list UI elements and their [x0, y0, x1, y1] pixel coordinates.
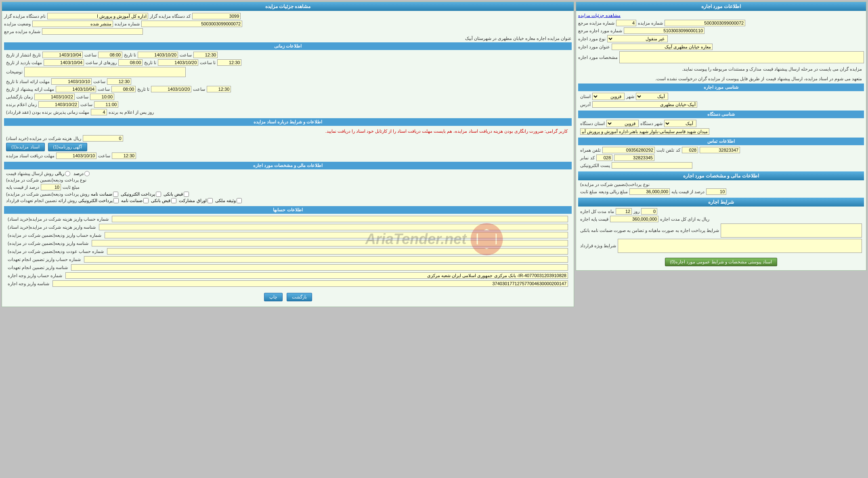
acc6-input[interactable]: [84, 256, 568, 263]
pub-time-from-input[interactable]: [98, 52, 122, 58]
offer-date-from-input[interactable]: [56, 86, 96, 92]
auction-doc-button[interactable]: اسناد مزایده(1): [6, 143, 45, 151]
province-select[interactable]: قزوین: [592, 93, 625, 100]
acc4-input[interactable]: [92, 240, 568, 246]
acc3-input[interactable]: [105, 232, 568, 238]
ad-doc-button[interactable]: آگهی روزنامه(1): [48, 143, 88, 151]
base-price2-input[interactable]: [41, 184, 61, 190]
electronic2-check[interactable]: [113, 198, 119, 203]
lease-type-select[interactable]: غیر منقول: [607, 35, 668, 42]
winner-date-input[interactable]: [38, 101, 79, 108]
shares-check-label[interactable]: اوراق مشارکت: [179, 198, 212, 203]
guarantee-check[interactable]: [113, 192, 118, 197]
device-province-select[interactable]: قزوین: [606, 120, 639, 127]
offer-time-to-input[interactable]: [207, 86, 231, 92]
fax-input[interactable]: [614, 154, 654, 161]
percent-radio-label[interactable]: درصد: [73, 171, 90, 176]
offer-time-from-input[interactable]: [111, 86, 136, 92]
city-select[interactable]: آبیک: [636, 93, 668, 100]
pub-time-to-input[interactable]: [193, 52, 218, 58]
fax-code-input[interactable]: [596, 154, 612, 161]
electronic2-check-label[interactable]: پرداخت الکترونیکی: [78, 198, 119, 203]
riyal-radio-label[interactable]: ریالی: [55, 171, 70, 176]
back-button[interactable]: بازگشت: [287, 293, 312, 301]
auction-code-input[interactable]: [192, 13, 241, 19]
doc-deadline-time-input[interactable]: [107, 78, 131, 85]
visit-time-from-input[interactable]: [118, 59, 143, 66]
bank-check[interactable]: [184, 192, 189, 197]
lease-address-input[interactable]: [612, 44, 713, 50]
bank2-check-label[interactable]: قبض بانکی: [151, 198, 176, 203]
duration-months-input[interactable]: [616, 208, 632, 215]
email-input[interactable]: [612, 162, 692, 169]
percent-radio[interactable]: [84, 171, 90, 176]
visit-date-to-input[interactable]: [158, 59, 198, 66]
base-price-percent-input[interactable]: [706, 188, 726, 195]
visit-date-from-input[interactable]: [44, 59, 84, 66]
special-conditions-textarea[interactable]: [618, 239, 862, 253]
acc8-label: شماره حساب واریز وجه اجاره: [8, 273, 64, 278]
visit-time-to-input[interactable]: [217, 59, 241, 66]
guarantee2-check[interactable]: [143, 198, 149, 203]
offer-date-to-input[interactable]: [151, 86, 191, 92]
guarantee-check-label[interactable]: ضمانت نامه: [91, 192, 118, 197]
acc9-input[interactable]: [52, 280, 568, 287]
lease-type-row: غیر منقول نوع مورد اجاره: [578, 35, 864, 42]
electronic-check[interactable]: [156, 192, 161, 197]
mobile-input[interactable]: [602, 147, 655, 153]
specs-textarea[interactable]: [619, 51, 864, 63]
doc-deadline-label: مهلت ارائه اسناد تا تاریخ: [6, 79, 50, 84]
auction-org-input[interactable]: [47, 13, 148, 19]
view-details-link[interactable]: مشاهده جزئیات مزایده: [578, 13, 621, 18]
acc5-input[interactable]: [107, 248, 568, 255]
auction-number-input[interactable]: [665, 20, 745, 26]
device-address-input[interactable]: [580, 128, 709, 135]
base-rent-label: قیمت پایه اجاره: [580, 217, 608, 222]
payment-method-label: روش پرداخت ودیعه(تضمین شرکت در مزایده): [6, 192, 89, 197]
desc-textarea[interactable]: [24, 67, 186, 77]
print-button[interactable]: چاپ: [264, 293, 283, 301]
pub-date-to-input[interactable]: [138, 52, 178, 58]
auction-status-input[interactable]: [32, 21, 113, 27]
acc7-input[interactable]: [71, 264, 568, 271]
riyal-radio[interactable]: [65, 171, 70, 176]
address-input[interactable]: [592, 101, 697, 108]
phone-code-input[interactable]: [682, 147, 698, 153]
device-province-label: استان دستگاه: [580, 121, 605, 126]
bank-check-label[interactable]: قبض بانکی: [164, 192, 189, 197]
payment-conditions-textarea[interactable]: [721, 223, 862, 238]
property-check[interactable]: [237, 198, 242, 203]
bank2-check[interactable]: [171, 198, 176, 203]
acc8-input[interactable]: [65, 272, 568, 279]
contract-days-input[interactable]: [91, 109, 107, 115]
riyal-value-input[interactable]: [629, 188, 670, 195]
auction-number-right-input[interactable]: [141, 21, 242, 27]
doc-deadline2-date-input[interactable]: [56, 152, 96, 159]
visit-date-label: مهلت بازدید از تاریخ: [6, 60, 42, 65]
main-container: اطلاعات مورد اجاره مشاهده جزئیات مزایده …: [0, 0, 868, 478]
auction-ref-right-input[interactable]: [42, 28, 143, 35]
duration-days-input[interactable]: [641, 208, 657, 215]
lease-ref-input[interactable]: [624, 27, 704, 34]
device-city-select[interactable]: آبیک: [664, 120, 696, 127]
winner-time-input[interactable]: [94, 101, 118, 108]
property-check-label[interactable]: وثیقه ملکی: [215, 198, 242, 203]
guarantee2-check-label[interactable]: ضمانت نامه: [121, 198, 149, 203]
base-rent-input[interactable]: [610, 216, 658, 222]
doc-deadline2-time-input[interactable]: [112, 152, 136, 159]
pub-date-from-input[interactable]: [42, 52, 83, 58]
doc-deadline-date-input[interactable]: [51, 78, 92, 85]
opening-time-input[interactable]: [90, 94, 114, 100]
acc2-input[interactable]: [99, 224, 568, 230]
shares-check[interactable]: [208, 198, 213, 203]
acc5-label: شماره حساب عودت ودیعه(تضمین شرکت در مزای…: [8, 249, 105, 254]
acc1-input[interactable]: [112, 216, 568, 222]
phone-input[interactable]: [700, 147, 740, 153]
doc-fee-input[interactable]: [83, 135, 123, 142]
financial-header: اطلاعات مالی و مشخصات مورد اجاره: [578, 171, 864, 180]
opening-date-input[interactable]: [34, 94, 75, 100]
docs-button[interactable]: اسناد پیوستی مشخصات و شرایط عمومی مورد ا…: [665, 258, 778, 266]
auction-ref-input[interactable]: [616, 20, 636, 26]
electronic-check-label[interactable]: پرداخت الکترونیکی: [121, 192, 161, 197]
auction-ref-right-label: شماره مزایده مرجع: [4, 29, 40, 34]
